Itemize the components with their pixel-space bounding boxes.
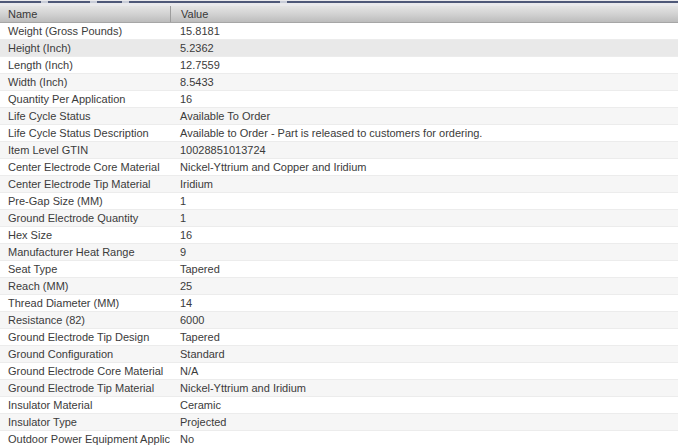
column-header-name[interactable]: Name <box>0 6 171 22</box>
tab-notch <box>41 1 48 3</box>
property-value: Nickel-Yttrium and Iridium <box>170 382 678 394</box>
property-name: Ground Configuration <box>0 348 170 360</box>
table-row[interactable]: Insulator Type Projected <box>0 414 678 431</box>
property-name: Hex Size <box>0 229 170 241</box>
property-name: Seat Type <box>0 263 170 275</box>
property-value: Tapered <box>170 263 678 275</box>
property-name: Center Electrode Tip Material <box>0 178 170 190</box>
tab-notch <box>90 1 97 3</box>
property-name: Weight (Gross Pounds) <box>0 25 170 37</box>
property-name: Item Level GTIN <box>0 144 170 156</box>
property-value: 6000 <box>170 314 678 326</box>
property-value: Projected <box>170 416 678 428</box>
property-name: Insulator Type <box>0 416 170 428</box>
property-value: Available To Order <box>170 110 678 122</box>
property-name: Ground Electrode Tip Design <box>0 331 170 343</box>
table-row[interactable]: Thread Diameter (MM) 14 <box>0 295 678 312</box>
table-row[interactable]: Weight (Gross Pounds) 15.8181 <box>0 23 678 40</box>
property-value: 1 <box>170 212 678 224</box>
property-value: 25 <box>170 280 678 292</box>
property-value: 1 <box>170 195 678 207</box>
properties-table: Name Value Weight (Gross Pounds) 15.8181… <box>0 6 678 445</box>
property-value: 16 <box>170 229 678 241</box>
table-row[interactable]: Pre-Gap Size (MM) 1 <box>0 193 678 210</box>
table-row[interactable]: Insulator Material Ceramic <box>0 397 678 414</box>
property-name: Width (Inch) <box>0 76 170 88</box>
table-row[interactable]: Height (Inch) 5.2362 <box>0 40 678 57</box>
table-row[interactable]: Center Electrode Tip Material Iridium <box>0 176 678 193</box>
property-name: Life Cycle Status <box>0 110 170 122</box>
table-row[interactable]: Reach (MM) 25 <box>0 278 678 295</box>
property-name: Ground Electrode Core Material <box>0 365 170 377</box>
property-value: 5.2362 <box>170 42 678 54</box>
property-value: 14 <box>170 297 678 309</box>
property-value: 9 <box>170 246 678 258</box>
property-name: Thread Diameter (MM) <box>0 297 170 309</box>
property-value: No <box>170 433 678 445</box>
property-name: Insulator Material <box>0 399 170 411</box>
property-name: Ground Electrode Tip Material <box>0 382 170 394</box>
table-row[interactable]: Hex Size 16 <box>0 227 678 244</box>
property-value: Iridium <box>170 178 678 190</box>
table-row[interactable]: Length (Inch) 12.7559 <box>0 57 678 74</box>
property-name: Resistance (82) <box>0 314 170 326</box>
property-name: Center Electrode Core Material <box>0 161 170 173</box>
table-row[interactable]: Center Electrode Core Material Nickel-Yt… <box>0 159 678 176</box>
table-row[interactable]: Quantity Per Application 16 <box>0 91 678 108</box>
table-row[interactable]: Life Cycle Status Available To Order <box>0 108 678 125</box>
table-row[interactable]: Ground Electrode Tip Design Tapered <box>0 329 678 346</box>
property-value: 10028851013724 <box>170 144 678 156</box>
table-row[interactable]: Resistance (82) 6000 <box>0 312 678 329</box>
property-value: N/A <box>170 365 678 377</box>
property-name: Life Cycle Status Description <box>0 127 170 139</box>
table-header-row: Name Value <box>0 6 678 23</box>
table-row[interactable]: Life Cycle Status Description Available … <box>0 125 678 142</box>
property-value: 12.7559 <box>170 59 678 71</box>
property-name: Reach (MM) <box>0 280 170 292</box>
property-name: Manufacturer Heat Range <box>0 246 170 258</box>
property-name: Quantity Per Application <box>0 93 170 105</box>
property-name: Height (Inch) <box>0 42 170 54</box>
table-row[interactable]: Ground Configuration Standard <box>0 346 678 363</box>
property-value: Standard <box>170 348 678 360</box>
property-value: Ceramic <box>170 399 678 411</box>
table-row[interactable]: Item Level GTIN 10028851013724 <box>0 142 678 159</box>
property-name: Pre-Gap Size (MM) <box>0 195 170 207</box>
property-value: 8.5433 <box>170 76 678 88</box>
property-name: Length (Inch) <box>0 59 170 71</box>
column-header-value[interactable]: Value <box>171 6 678 22</box>
property-value: Nickel-Yttrium and Copper and Iridium <box>170 161 678 173</box>
property-name: Ground Electrode Quantity <box>0 212 170 224</box>
table-row[interactable]: Ground Electrode Quantity 1 <box>0 210 678 227</box>
property-value: 16 <box>170 93 678 105</box>
tab-notch <box>122 1 129 3</box>
property-value: Available to Order - Part is released to… <box>170 127 678 139</box>
tab-strip-line <box>0 1 678 3</box>
table-body: Weight (Gross Pounds) 15.8181 Height (In… <box>0 23 678 445</box>
table-row[interactable]: Ground Electrode Core Material N/A <box>0 363 678 380</box>
table-row[interactable]: Seat Type Tapered <box>0 261 678 278</box>
property-value: Tapered <box>170 331 678 343</box>
table-row[interactable]: Manufacturer Heat Range 9 <box>0 244 678 261</box>
tab-strip-bottom-edge <box>0 0 678 6</box>
table-row[interactable]: Ground Electrode Tip Material Nickel-Ytt… <box>0 380 678 397</box>
property-name: Outdoor Power Equipment Application <box>0 433 170 445</box>
property-value: 15.8181 <box>170 25 678 37</box>
table-row[interactable]: Outdoor Power Equipment Application No <box>0 431 678 445</box>
table-row[interactable]: Width (Inch) 8.5433 <box>0 74 678 91</box>
tab-notch <box>280 1 287 3</box>
